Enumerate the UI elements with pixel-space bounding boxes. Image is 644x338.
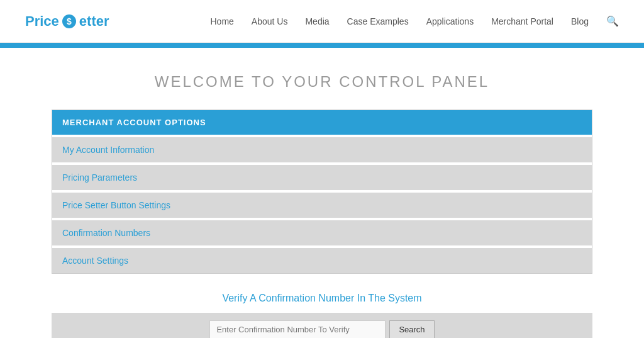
main-content: WELCOME TO YOUR CONTROL PANEL MERCHANT A… [39, 48, 605, 338]
nav-about[interactable]: About Us [252, 16, 288, 26]
menu-item-my-account[interactable]: My Account Information [52, 135, 592, 162]
verify-title: Verify A Confirmation Number In The Syst… [52, 293, 592, 304]
nav-blog[interactable]: Blog [571, 16, 589, 26]
logo-price-text: Price [25, 13, 59, 30]
page-title: WELCOME TO YOUR CONTROL PANEL [52, 73, 592, 91]
nav-home[interactable]: Home [211, 16, 234, 26]
logo-dollar-sign: $ [62, 14, 76, 28]
search-icon-button[interactable]: 🔍 [606, 15, 619, 27]
search-button[interactable]: Search [389, 320, 434, 338]
logo[interactable]: Price$etter [25, 13, 109, 30]
nav-applications[interactable]: Applications [426, 16, 474, 26]
nav-merchant-portal[interactable]: Merchant Portal [491, 16, 553, 26]
merchant-panel: MERCHANT ACCOUNT OPTIONS My Account Info… [52, 110, 592, 274]
verify-section: Verify A Confirmation Number In The Syst… [52, 293, 592, 338]
nav-media[interactable]: Media [305, 16, 329, 26]
confirmation-number-input[interactable] [209, 320, 386, 338]
menu-item-confirmation-numbers[interactable]: Confirmation Numbers [52, 218, 592, 245]
blue-stripe-divider [0, 43, 644, 48]
site-header: Price$etter Home About Us Media Case Exa… [0, 0, 644, 43]
menu-item-pricing-params[interactable]: Pricing Parameters [52, 162, 592, 190]
merchant-panel-header: MERCHANT ACCOUNT OPTIONS [52, 110, 592, 135]
verify-bar: Search [52, 313, 592, 338]
logo-etter-text: etter [79, 13, 109, 30]
nav-case-examples[interactable]: Case Examples [347, 16, 409, 26]
menu-item-account-settings[interactable]: Account Settings [52, 245, 592, 273]
main-nav: Home About Us Media Case Examples Applic… [211, 15, 619, 27]
menu-item-button-settings[interactable]: Price Setter Button Settings [52, 190, 592, 218]
